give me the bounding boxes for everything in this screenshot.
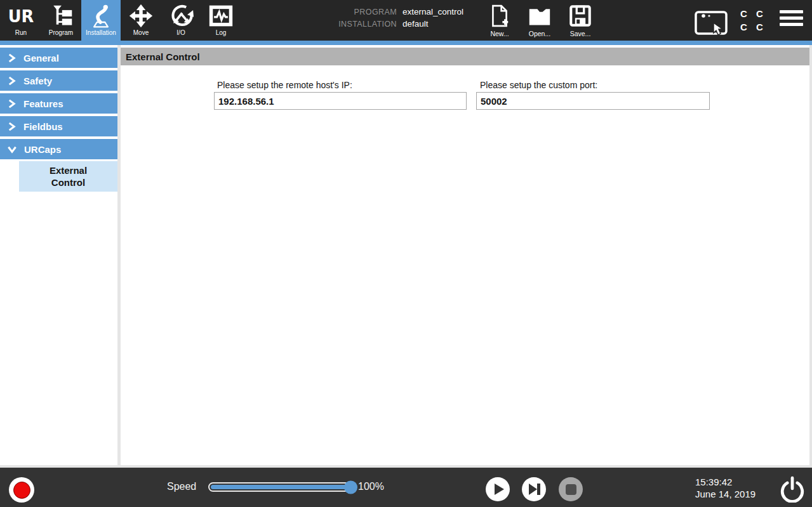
sidebar-subitem-label: External Control (43, 164, 95, 188)
save-button-label: Save... (570, 30, 591, 37)
tab-program[interactable]: Program (41, 0, 81, 41)
polyscope-app: UR Run Program (0, 0, 812, 507)
log-chart-icon (208, 0, 234, 29)
status-letter: C (752, 7, 768, 20)
touchscreen-button[interactable] (694, 9, 729, 37)
ur-logo-icon: UR (8, 0, 34, 29)
sidebar-item-fieldbus[interactable]: Fieldbus (0, 116, 117, 136)
sidebar-item-label: URCaps (24, 144, 61, 155)
initialize-robot-button[interactable] (9, 477, 34, 503)
robot-status-red-icon (13, 482, 30, 499)
play-icon (486, 477, 510, 501)
sidebar-item-urcaps[interactable]: URCaps (0, 139, 117, 159)
stop-button[interactable] (559, 477, 583, 501)
sidebar-item-features[interactable]: Features (0, 93, 117, 114)
speed-slider-thumb[interactable] (344, 480, 357, 494)
clock: 15:39:42 June 14, 2019 (695, 476, 755, 500)
accent-strip (0, 41, 812, 45)
panel-header: External Control (121, 48, 809, 65)
tab-installation[interactable]: Installation (81, 0, 121, 41)
menu-bar-icon (780, 10, 803, 13)
chevron-right-icon (7, 99, 17, 109)
tab-run[interactable]: UR Run (1, 0, 41, 41)
program-name: external_control (403, 7, 463, 16)
io-icon (168, 0, 194, 29)
open-folder-icon (527, 3, 552, 29)
custom-port-label: Please setup the custom port: (480, 80, 597, 90)
date-text: June 14, 2019 (695, 488, 755, 500)
menu-bar-icon (780, 16, 803, 20)
sidebar-item-general[interactable]: General (0, 48, 117, 68)
move-arrows-icon (128, 0, 154, 29)
program-tree-icon (48, 0, 74, 29)
step-forward-icon (522, 477, 546, 501)
speed-slider[interactable] (208, 482, 355, 492)
status-letter: C (736, 7, 752, 20)
robot-arm-icon (88, 0, 114, 29)
tab-program-label: Program (49, 29, 73, 37)
hamburger-menu-button[interactable] (780, 10, 803, 29)
remote-host-ip-input[interactable] (214, 92, 467, 110)
tab-io[interactable]: I/O (161, 0, 201, 41)
chevron-right-icon (7, 53, 17, 63)
power-button[interactable] (779, 476, 806, 505)
chevron-down-icon (7, 145, 17, 154)
chevron-right-icon (7, 122, 17, 131)
installation-label: INSTALLATION (286, 20, 397, 29)
new-file-icon (490, 3, 509, 29)
svg-text:UR: UR (8, 7, 34, 26)
tab-log[interactable]: Log (201, 0, 241, 41)
top-bar: UR Run Program (0, 0, 812, 41)
play-button[interactable] (486, 477, 510, 501)
speed-slider-fill (211, 485, 352, 489)
program-label: PROGRAM (286, 8, 397, 16)
tab-move-label: Move (133, 29, 149, 37)
tab-run-label: Run (15, 29, 27, 37)
sidebar-item-label: Fieldbus (23, 121, 63, 132)
new-button-label: New... (490, 30, 509, 37)
loaded-files-info: PROGRAM external_control INSTALLATION de… (286, 7, 463, 29)
tab-installation-label: Installation (86, 29, 116, 37)
menu-bar-icon (780, 23, 803, 26)
open-button-label: Open... (529, 30, 550, 37)
stop-icon (566, 484, 576, 495)
external-control-panel: External Control Please setup the remote… (121, 45, 809, 465)
new-button[interactable]: New... (481, 3, 518, 39)
status-letter: C (752, 20, 768, 34)
power-icon (779, 476, 806, 503)
status-letter: C (736, 20, 752, 34)
speed-label: Speed (167, 481, 196, 492)
sidebar-item-label: Features (23, 98, 63, 109)
tab-io-label: I/O (176, 29, 185, 37)
sidebar-item-label: Safety (23, 76, 52, 86)
step-button[interactable] (522, 477, 546, 501)
speed-value: 100% (358, 481, 384, 492)
remote-host-ip-label: Please setup the remote host's IP: (217, 80, 352, 90)
bottom-bar (0, 468, 812, 507)
sidebar-item-safety[interactable]: Safety (0, 70, 117, 91)
save-icon (569, 3, 592, 29)
open-button[interactable]: Open... (521, 3, 558, 39)
installation-sidebar: General Safety Features Fieldbus URCaps (0, 45, 117, 465)
tab-move[interactable]: Move (121, 0, 161, 41)
save-button[interactable]: Save... (562, 3, 599, 39)
sidebar-item-external-control[interactable]: External Control (19, 161, 117, 192)
status-indicator-grid: C C C C (736, 7, 768, 34)
time-text: 15:39:42 (695, 476, 755, 488)
chevron-right-icon (7, 76, 17, 86)
tab-log-label: Log (216, 29, 227, 37)
installation-name: default (403, 19, 463, 29)
touchscreen-icon (694, 9, 729, 37)
sidebar-item-label: General (23, 53, 59, 63)
custom-port-input[interactable] (476, 92, 710, 110)
panel-title: External Control (126, 51, 200, 62)
